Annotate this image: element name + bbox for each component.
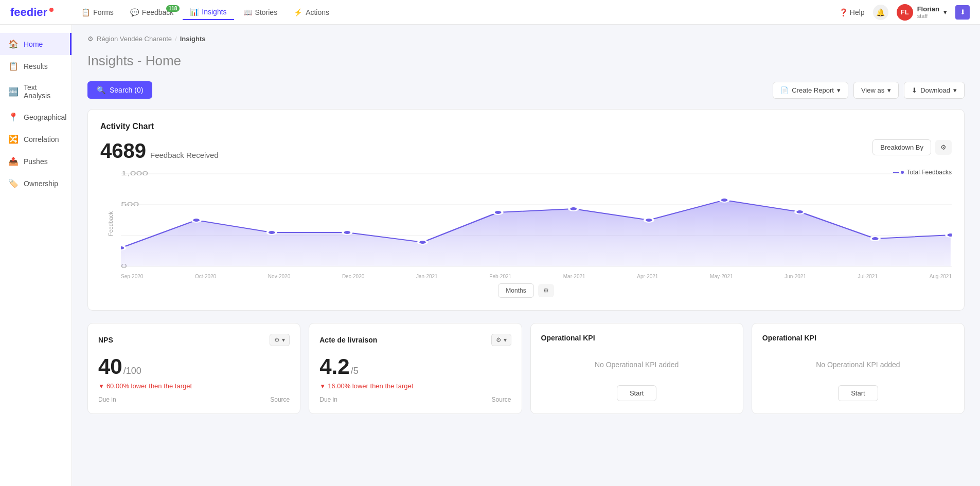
- breadcrumb-separator: /: [175, 35, 177, 43]
- chart-settings-button[interactable]: ⚙: [935, 140, 952, 155]
- acte-value: 4.2 /5: [319, 354, 511, 379]
- acte-meta: Due in Source: [319, 396, 511, 403]
- nav-forms[interactable]: 📋 Forms: [74, 5, 121, 20]
- sidebar: 🏠 Home 📋 Results 🔤 Text Analysis 📍 Geogr…: [0, 25, 72, 424]
- sidebar-label-results: Results: [24, 62, 48, 70]
- sidebar-label-correlation: Correlation: [24, 135, 59, 143]
- feedback-count: 4689: [100, 139, 146, 163]
- download-icon: ⬇: [912, 86, 917, 94]
- nav-stories[interactable]: 📖 Stories: [236, 5, 285, 20]
- acte-settings[interactable]: ⚙ ▾: [491, 334, 511, 346]
- pushes-icon: 📤: [8, 156, 19, 166]
- svg-point-15: [645, 218, 653, 222]
- nps-source-label: Source: [270, 396, 290, 403]
- chart-footer: Months ⚙: [100, 283, 952, 298]
- breadcrumb-icon: ⚙: [87, 35, 94, 43]
- svg-point-18: [871, 237, 880, 241]
- nps-settings[interactable]: ⚙ ▾: [270, 334, 290, 346]
- chevron-down-icon: ▾: [943, 8, 947, 16]
- svg-marker-7: [121, 200, 951, 266]
- svg-point-16: [720, 198, 729, 202]
- sidebar-item-results[interactable]: 📋 Results: [0, 55, 72, 77]
- kpi-cards-row: NPS ⚙ ▾ 40 /100 ▼ 60.00% lower then the …: [87, 323, 965, 414]
- topnav: feedier 📋 Forms 💬 Feedback 118 📊 Insight…: [0, 0, 980, 25]
- feedback-icon: 💬: [130, 8, 139, 16]
- search-icon: 🔍: [97, 86, 105, 94]
- operational-2-title: Operational KPI: [762, 334, 816, 342]
- breakdown-button[interactable]: Breakdown By: [872, 139, 931, 155]
- acte-trend-text: 16.00% lower then the target: [328, 382, 413, 390]
- report-icon: 📄: [780, 86, 789, 94]
- forms-icon: 📋: [81, 8, 90, 16]
- chart-stat: 4689 Feedback Received: [100, 139, 219, 163]
- operational-2-header: Operational KPI: [762, 334, 954, 342]
- user-role: staff: [917, 13, 939, 19]
- correlation-icon: 🔀: [8, 134, 19, 144]
- notification-icon[interactable]: ⬇: [955, 5, 970, 20]
- sidebar-label-home: Home: [24, 40, 43, 48]
- nps-due-label: Due in: [98, 396, 116, 403]
- nav-feedback[interactable]: 💬 Feedback 118: [123, 5, 181, 20]
- svg-point-11: [343, 230, 351, 235]
- page-title: Insights - Home: [87, 53, 965, 69]
- sidebar-item-pushes[interactable]: 📤 Pushes: [0, 150, 72, 172]
- sidebar-item-text-analysis[interactable]: 🔤 Text Analysis: [0, 77, 72, 106]
- geographical-icon: 📍: [8, 112, 19, 122]
- nav-actions[interactable]: ⚡ Actions: [287, 5, 336, 20]
- acte-number: 4.2: [319, 354, 349, 379]
- acte-trend-arrow: ▼: [319, 383, 326, 390]
- feedback-badge: 118: [166, 5, 180, 12]
- breakdown-label: Breakdown By: [880, 143, 923, 151]
- nps-settings-chevron: ▾: [282, 336, 285, 344]
- months-settings-button[interactable]: ⚙: [538, 284, 554, 297]
- activity-chart-title: Activity Chart: [100, 122, 952, 131]
- user-name: Florian: [917, 5, 939, 13]
- operational-1-empty: No Operational KPI added: [541, 350, 733, 379]
- kpi-card-acte: Acte de livraison ⚙ ▾ 4.2 /5 ▼ 16.00% lo…: [309, 323, 522, 414]
- notification-bell[interactable]: 🔔: [873, 5, 888, 20]
- chart-legend: Total Feedbacks: [893, 169, 952, 176]
- svg-point-17: [795, 210, 804, 214]
- months-button[interactable]: Months: [498, 283, 533, 298]
- acte-title: Acte de livraison: [319, 336, 377, 344]
- search-button[interactable]: 🔍 Search (0): [87, 81, 152, 99]
- settings-icon: ⚙: [940, 143, 947, 151]
- nps-trend: ▼ 60.00% lower then the target: [98, 382, 290, 390]
- operational-2-empty: No Operational KPI added: [762, 350, 954, 379]
- user-menu[interactable]: FL Florian staff ▾: [897, 4, 947, 21]
- sidebar-item-home[interactable]: 🏠 Home: [0, 33, 72, 55]
- nps-value: 40 /100: [98, 354, 290, 379]
- view-as-button[interactable]: View as ▾: [853, 82, 899, 99]
- svg-point-10: [268, 230, 276, 235]
- sidebar-item-correlation[interactable]: 🔀 Correlation: [0, 128, 72, 150]
- svg-text:1,000: 1,000: [121, 171, 148, 176]
- y-axis-label: Feedback: [100, 169, 121, 279]
- create-report-chevron: ▾: [837, 86, 841, 94]
- sidebar-label-ownership: Ownership: [24, 179, 58, 188]
- svg-point-19: [946, 233, 952, 237]
- stories-label: Stories: [255, 8, 278, 16]
- chart-wrapper: Feedback 1,000 500 0: [100, 169, 952, 279]
- kpi-card-operational-2: Operational KPI No Operational KPI added…: [752, 323, 965, 414]
- help-link[interactable]: ❓ Help: [839, 8, 865, 16]
- insights-icon: 📊: [190, 8, 199, 16]
- nps-meta: Due in Source: [98, 396, 290, 403]
- nps-header: NPS ⚙ ▾: [98, 334, 290, 346]
- operational-2-start-button[interactable]: Start: [838, 385, 878, 401]
- sidebar-item-geographical[interactable]: 📍 Geographical: [0, 106, 72, 128]
- breadcrumb-current: Insights: [180, 35, 206, 43]
- sidebar-item-ownership[interactable]: 🏷️ Ownership: [0, 172, 72, 194]
- nps-trend-text: 60.00% lower then the target: [106, 382, 192, 390]
- nav-insights[interactable]: 📊 Insights: [183, 5, 234, 20]
- operational-1-start-button[interactable]: Start: [617, 385, 656, 401]
- svg-point-9: [192, 218, 201, 222]
- create-report-button[interactable]: 📄 Create Report ▾: [773, 82, 848, 99]
- toolbar-right: 📄 Create Report ▾ View as ▾ ⬇ Download ▾: [773, 82, 965, 99]
- logo[interactable]: feedier: [10, 6, 54, 19]
- chart-container: 1,000 500 0: [121, 169, 952, 279]
- topnav-right: ❓ Help 🔔 FL Florian staff ▾ ⬇: [839, 4, 970, 21]
- acte-denom: /5: [351, 366, 359, 376]
- breadcrumb-parent[interactable]: Région Vendée Charente: [97, 35, 172, 43]
- title-prefix: Insights -: [87, 53, 146, 68]
- download-button[interactable]: ⬇ Download ▾: [904, 82, 965, 99]
